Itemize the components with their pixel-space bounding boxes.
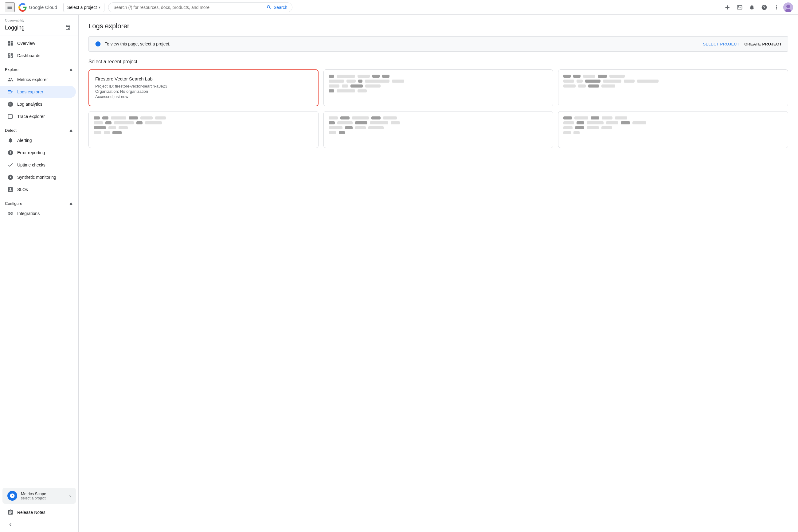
project-org: Organization: No organization xyxy=(95,89,312,94)
sidebar-item-trace-explorer[interactable]: Trace explorer xyxy=(0,110,76,122)
search-icon xyxy=(266,5,272,10)
project-card-5[interactable] xyxy=(323,111,553,148)
sidebar-nav: Overview Dashboards Explore ▲ Metrics ex… xyxy=(0,36,78,484)
topbar: Google Cloud Select a project ▾ Search xyxy=(0,0,798,15)
project-name: Firestore Vector Search Lab xyxy=(95,76,312,81)
sidebar-item-alerting[interactable]: Alerting xyxy=(0,134,76,147)
sidebar-item-error-reporting-label: Error reporting xyxy=(17,150,45,155)
chevron-down-icon: ▾ xyxy=(99,5,100,10)
topbar-icons xyxy=(722,2,793,13)
project-selector[interactable]: Select a project ▾ xyxy=(63,3,105,12)
configure-section-label: Configure xyxy=(5,201,22,206)
info-banner-text: To view this page, select a project. xyxy=(105,41,170,46)
sidebar-item-synthetic-monitoring-label: Synthetic monitoring xyxy=(17,175,56,180)
explore-section-label: Explore xyxy=(5,67,18,72)
project-card-featured[interactable]: Firestore Vector Search Lab Project ID: … xyxy=(89,70,319,106)
info-banner-left: To view this page, select a project. xyxy=(95,41,170,47)
sidebar-collapse-btn[interactable] xyxy=(0,518,78,531)
sidebar-bottom: Metrics Scope select a project › Release… xyxy=(0,484,78,532)
sidebar-title: Logging xyxy=(5,22,73,33)
sidebar-item-metrics-explorer[interactable]: Metrics explorer xyxy=(0,73,76,86)
detect-section-label: Detect xyxy=(5,128,17,133)
sidebar: Observability Logging Overview Dashboard… xyxy=(0,15,79,532)
hamburger-menu-icon[interactable] xyxy=(5,2,15,12)
projects-section-title: Select a recent project xyxy=(89,59,788,64)
metrics-scope-icon xyxy=(7,491,17,501)
main-layout: Observability Logging Overview Dashboard… xyxy=(0,15,798,532)
metrics-scope-subtitle: select a project xyxy=(21,496,46,500)
svg-point-1 xyxy=(786,5,790,8)
sidebar-item-alerting-label: Alerting xyxy=(17,138,32,143)
sidebar-item-slos-label: SLOs xyxy=(17,187,28,192)
project-accessed: Accessed just now xyxy=(95,94,312,99)
project-card-4[interactable] xyxy=(89,111,319,148)
metrics-scope-title: Metrics Scope xyxy=(21,491,46,496)
explore-section-header[interactable]: Explore ▲ xyxy=(0,62,78,73)
search-button-label: Search xyxy=(274,5,287,10)
sidebar-item-integrations-label: Integrations xyxy=(17,211,40,216)
sidebar-item-overview[interactable]: Overview xyxy=(0,37,76,50)
sidebar-item-logs-explorer-label: Logs explorer xyxy=(17,89,43,94)
sidebar-item-logs-explorer[interactable]: Logs explorer xyxy=(0,86,76,98)
sidebar-item-synthetic-monitoring[interactable]: Synthetic monitoring xyxy=(0,171,76,183)
metrics-scope-left: Metrics Scope select a project xyxy=(7,491,46,501)
page-title: Logs explorer xyxy=(89,22,788,30)
sidebar-item-release-notes[interactable]: Release Notes xyxy=(0,506,78,518)
projects-grid: Firestore Vector Search Lab Project ID: … xyxy=(89,70,788,148)
metrics-scope-item[interactable]: Metrics Scope select a project › xyxy=(2,488,76,504)
google-cloud-text: Google Cloud xyxy=(29,5,57,10)
metrics-scope-text: Metrics Scope select a project xyxy=(21,491,46,500)
detect-chevron-icon: ▲ xyxy=(69,128,73,133)
sidebar-title-text: Logging xyxy=(5,24,24,31)
pin-icon-btn[interactable] xyxy=(62,22,73,33)
sidebar-item-log-analytics[interactable]: Log analytics xyxy=(0,98,76,110)
metrics-scope-chevron-icon: › xyxy=(69,493,71,499)
configure-section-header[interactable]: Configure ▲ xyxy=(0,196,78,207)
sidebar-header: Observability Logging xyxy=(0,15,78,36)
sidebar-item-integrations[interactable]: Integrations xyxy=(0,207,76,220)
sidebar-item-slos[interactable]: SLOs xyxy=(0,183,76,196)
sidebar-item-uptime-checks[interactable]: Uptime checks xyxy=(0,159,76,171)
gemini-icon-btn[interactable] xyxy=(722,2,733,13)
sidebar-item-dashboards-label: Dashboards xyxy=(17,53,41,58)
sidebar-item-trace-explorer-label: Trace explorer xyxy=(17,114,45,119)
user-avatar[interactable] xyxy=(783,2,793,12)
notifications-icon-btn[interactable] xyxy=(746,2,757,13)
project-selector-label: Select a project xyxy=(67,5,97,10)
search-bar-container: Search xyxy=(108,2,292,12)
google-cloud-logo: Google Cloud xyxy=(18,3,57,12)
sidebar-item-uptime-checks-label: Uptime checks xyxy=(17,163,45,167)
more-options-icon-btn[interactable] xyxy=(771,2,782,13)
explore-chevron-icon: ▲ xyxy=(69,66,73,72)
sidebar-item-dashboards[interactable]: Dashboards xyxy=(0,50,76,62)
sidebar-item-error-reporting[interactable]: Error reporting xyxy=(0,147,76,159)
info-banner: To view this page, select a project. SEL… xyxy=(89,36,788,52)
sidebar-item-log-analytics-label: Log analytics xyxy=(17,102,42,107)
sidebar-app-label: Observability xyxy=(5,18,73,22)
project-card-2[interactable] xyxy=(323,70,553,106)
project-id: Project ID: firestore-vector-search-a3e2… xyxy=(95,84,312,89)
main-content: Logs explorer To view this page, select … xyxy=(79,15,798,532)
create-project-btn[interactable]: CREATE PROJECT xyxy=(744,42,782,46)
info-icon xyxy=(95,41,101,47)
help-icon-btn[interactable] xyxy=(759,2,770,13)
search-button[interactable]: Search xyxy=(266,5,287,10)
detect-section-header[interactable]: Detect ▲ xyxy=(0,122,78,134)
sidebar-item-metrics-explorer-label: Metrics explorer xyxy=(17,77,48,82)
info-banner-actions: SELECT PROJECT CREATE PROJECT xyxy=(703,42,782,46)
project-card-3[interactable] xyxy=(558,70,788,106)
configure-chevron-icon: ▲ xyxy=(69,201,73,206)
release-notes-label: Release Notes xyxy=(17,510,45,515)
terminal-icon-btn[interactable] xyxy=(734,2,745,13)
select-project-btn[interactable]: SELECT PROJECT xyxy=(703,42,739,46)
search-input[interactable] xyxy=(113,5,264,10)
project-card-6[interactable] xyxy=(558,111,788,148)
sidebar-item-overview-label: Overview xyxy=(17,41,35,46)
